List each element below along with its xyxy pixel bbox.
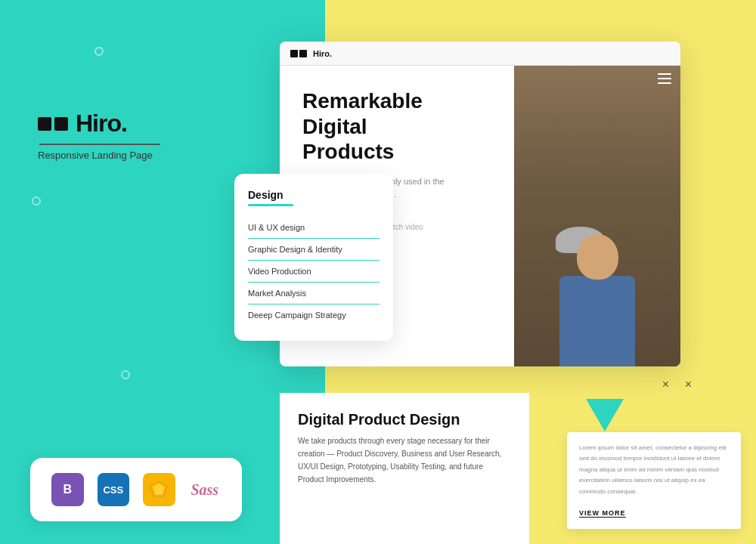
close-x-1: × xyxy=(662,378,669,391)
design-item-3[interactable]: Video Production xyxy=(248,261,380,283)
view-more-link[interactable]: VIEW MORE xyxy=(579,509,626,518)
h-line-3 xyxy=(658,82,671,84)
main-container: Hiro. Responsive Landing Page B CSS Sass xyxy=(0,0,756,544)
browser-logo: Hiro. xyxy=(290,49,332,58)
logo-sq-1 xyxy=(38,117,51,131)
css-badge: CSS xyxy=(98,473,130,506)
design-card-title: Design xyxy=(248,189,380,201)
body xyxy=(559,276,635,366)
head xyxy=(577,234,618,280)
close-x-2: × xyxy=(685,378,692,391)
logo-squares xyxy=(38,117,68,131)
person-illustration xyxy=(552,234,643,366)
h-line-1 xyxy=(658,73,671,75)
logo-sq-2 xyxy=(54,117,68,131)
dp-description: We take products through every stage nec… xyxy=(298,434,511,486)
design-item-4[interactable]: Market Analysis xyxy=(248,283,380,304)
hero-title: Remarkable Digital Products xyxy=(302,88,491,165)
design-item-2[interactable]: Graphic Design & Identity xyxy=(248,239,380,261)
browser-bar: Hiro. xyxy=(280,42,680,66)
browser-logo-squares xyxy=(290,50,307,57)
browser-image-panel xyxy=(514,66,680,366)
design-card: Design UI & UX design Graphic Design & I… xyxy=(234,174,393,341)
digital-product-section: Digital Product Design We take products … xyxy=(280,393,529,544)
sketch-badge xyxy=(143,473,175,506)
rbc-text: Lorem ipsum dolor sit amet, consectetur … xyxy=(579,443,729,497)
hero-photo xyxy=(514,66,680,366)
logo-area: Hiro. Responsive Landing Page xyxy=(38,110,160,161)
brand-name: Hiro. xyxy=(76,110,127,138)
dp-title: Digital Product Design xyxy=(298,411,511,428)
right-bottom-card: Lorem ipsum dolor sit amet, consectetur … xyxy=(567,432,741,529)
logo-line xyxy=(39,144,160,145)
design-item-5[interactable]: Deeep Campaign Strategy xyxy=(248,304,380,326)
tech-badges-card: B CSS Sass xyxy=(30,458,242,521)
brand-subtitle: Responsive Landing Page xyxy=(38,150,160,161)
browser-sq-2 xyxy=(299,50,307,57)
person-figure xyxy=(559,234,635,366)
h-line-2 xyxy=(658,78,671,79)
bootstrap-badge: B xyxy=(51,473,84,506)
teal-triangle xyxy=(586,399,624,431)
deco-circle-2 xyxy=(32,196,41,206)
hamburger-menu[interactable] xyxy=(658,73,671,84)
browser-sq-1 xyxy=(290,50,298,57)
deco-circle-3 xyxy=(121,370,130,379)
design-card-underline xyxy=(248,204,293,206)
logo-mark: Hiro. xyxy=(38,110,160,138)
sass-badge: Sass xyxy=(189,473,222,506)
yellow-semicircle xyxy=(582,370,635,397)
sass-label: Sass xyxy=(191,481,218,499)
design-item-1[interactable]: UI & UX design xyxy=(248,217,380,239)
browser-logo-text: Hiro. xyxy=(313,49,332,58)
deco-circle-1 xyxy=(94,47,104,56)
